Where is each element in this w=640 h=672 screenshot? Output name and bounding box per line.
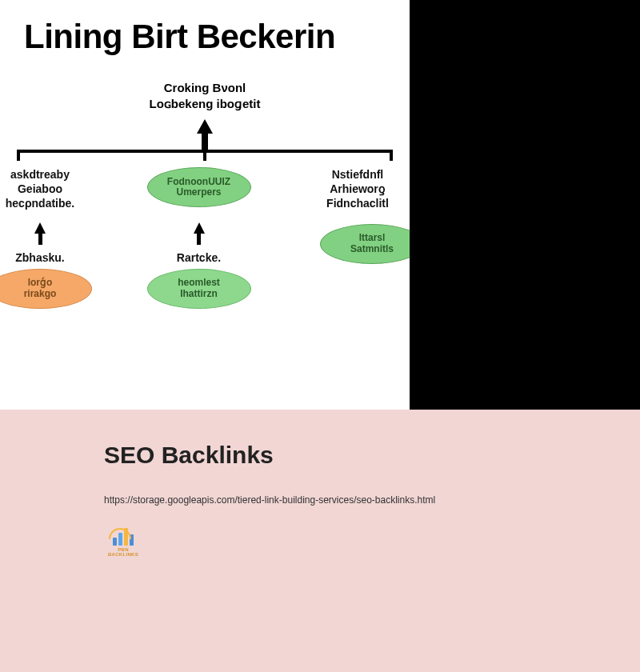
diagram-column-3-lower: Ittarsl Satmnitls [308, 216, 410, 309]
diagram-column-1-lower: Zbhasku. lorǵo rirakgo [0, 216, 104, 309]
text-line: hecρndatibe. [6, 196, 74, 210]
arrow-up-icon [194, 222, 205, 234]
diagram-row-2: Zbhasku. lorǵo rirakgo Rartcke. heomlest… [0, 216, 410, 309]
ellipse-node: Ittarsl Satmnitls [320, 224, 410, 264]
ellipse-text-line: lorǵo [28, 278, 53, 288]
ellipse-text-line: rirakgo [24, 289, 57, 299]
diagram-row-1: askdtreaby Geiaboo hecρndatibe. FodnoonU… [0, 167, 410, 211]
diagram-panel: Lining Birt Beckerin Croking Bνonl Loɢbe… [0, 0, 410, 410]
arrow-label: Rartcke. [177, 251, 221, 264]
arrow-up-icon [197, 119, 213, 134]
diagram-subtitle: Croking Bνonl Loɢbekeng iboɡetit [0, 80, 410, 111]
text-line: askdtreaby [6, 167, 74, 182]
diagram-column-3: Nstiefdnfl Arhieworƍ Fidnchaclitl [294, 167, 410, 211]
pbn-backlinks-logo: PBN BACKLINKS [104, 528, 142, 562]
ellipse-text-line: Satmnitls [350, 244, 394, 254]
ellipse-node: lorǵo rirakgo [0, 269, 92, 309]
text-line: Fidnchaclitl [326, 196, 389, 210]
arrow-up-icon [34, 222, 46, 234]
subtitle-line-1: Croking Bνonl [0, 80, 410, 96]
ellipse-text-line: Umerpers [176, 187, 221, 198]
arrow-stem [197, 234, 201, 245]
ellipse-text-line: heomlest [178, 278, 220, 288]
arrow-stem [38, 234, 42, 245]
text-line: Arhieworƍ [326, 182, 389, 196]
text-line: Geiaboo [6, 182, 74, 196]
diagram-column-2-lower: Rartcke. heomlest Ihattirzn [135, 216, 263, 309]
arrow-label: Zbhasku. [15, 251, 64, 264]
column-text-block: Nstiefdnfl Arhieworƍ Fidnchaclitl [326, 167, 389, 211]
ellipse-node: heomlest Ihattirzn [147, 269, 251, 309]
arrow-stem [202, 134, 208, 150]
text-line: Nstiefdnfl [326, 167, 389, 182]
diagram-column-2: FodnoonUUIZ Umerpers [135, 167, 263, 211]
logo-text: PBN BACKLINKS [104, 547, 142, 557]
ellipse-text-line: Ihattirzn [180, 289, 218, 299]
content-panel: SEO Backlinks https://storage.googleapis… [0, 410, 640, 672]
page-title: SEO Backlinks [104, 442, 640, 469]
ellipse-node: FodnoonUUIZ Umerpers [147, 167, 251, 207]
column-text-block: askdtreaby Geiaboo hecρndatibe. [6, 167, 74, 211]
diagram-column-1: askdtreaby Geiaboo hecρndatibe. [0, 167, 104, 211]
page-url: https://storage.googleapis.com/tiered-li… [104, 494, 640, 506]
diagram-title: Lining Birt Beckerin [0, 0, 410, 56]
horizontal-connector [17, 150, 393, 161]
subtitle-line-2: Loɢbekeng iboɡetit [0, 96, 410, 112]
